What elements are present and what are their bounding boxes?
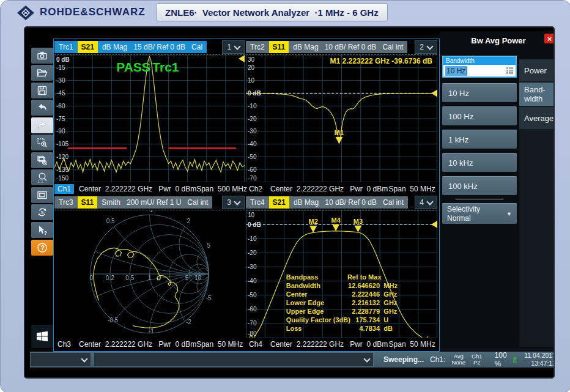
bandwidth-100hz-button[interactable]: 100 Hz — [442, 106, 517, 125]
svg-text:-10: -10 — [248, 235, 257, 242]
selectivity-dropdown[interactable]: SelectivityNormal ▼ — [442, 203, 517, 224]
zoom-overview-button[interactable] — [31, 152, 53, 168]
model-badge: ZNLE6· Vector Network Analyzer ·1 MHz - … — [156, 3, 388, 21]
svg-text:2.216132: 2.216132 — [352, 299, 380, 306]
channel-footer-4: Ch4Center 2.222222 GHz Pwr 0 dBmSpan 50 … — [246, 338, 437, 351]
undo-button[interactable] — [31, 100, 53, 116]
close-button[interactable]: × — [544, 34, 555, 43]
open-file-button[interactable] — [31, 65, 53, 81]
tab-bandwidth[interactable]: Band- width — [519, 83, 555, 106]
svg-text:20: 20 — [248, 64, 255, 71]
datetime: 11.04.201713:47:12 — [524, 352, 555, 367]
sparam-badge[interactable]: S11 — [78, 196, 98, 209]
trace-plot-1[interactable]: 0 dB-15-30-45-60-75-90-105-120-135-150PA… — [54, 54, 245, 182]
svg-text:-30: -30 — [56, 77, 65, 84]
sparam-badge[interactable]: S21 — [78, 41, 98, 53]
window-select-1[interactable]: 1 — [222, 40, 245, 54]
trace-header-2[interactable]: Trc2 S11 dB Mag 10 dB/ Ref 0 dB Cal int … — [246, 40, 437, 54]
help-button[interactable]: ? — [31, 240, 53, 256]
bandwidth-10khz-button[interactable]: 10 kHz — [442, 153, 517, 172]
divider — [456, 199, 503, 199]
sync-refresh-button[interactable]: S — [31, 204, 53, 220]
folder-open-icon — [36, 67, 48, 79]
trace-name[interactable]: Trc3 — [54, 196, 78, 209]
screenshot-button[interactable] — [31, 48, 53, 64]
svg-text:Center: Center — [286, 290, 308, 298]
svg-text:-45: -45 — [56, 90, 65, 97]
tab-average[interactable]: Average — [519, 107, 555, 129]
tab-power[interactable]: Power — [519, 59, 555, 81]
window-select-2[interactable]: 2 — [415, 40, 437, 54]
svg-text:?: ? — [44, 230, 48, 236]
channel-badge[interactable]: Ch3 — [54, 339, 74, 349]
svg-text:M2: M2 — [309, 218, 318, 225]
channel-badge[interactable]: Ch1 — [54, 184, 74, 194]
trace-format: dB Mag 10 dB/ Ref 0 dB Cal int — [289, 196, 408, 209]
trace-panel-2: Trc2 S11 dB Mag 10 dB/ Ref 0 dB Cal int … — [246, 40, 437, 196]
chevron-down-icon — [426, 43, 433, 50]
chevron-down-icon — [234, 198, 240, 205]
window-select-3[interactable]: 3 — [222, 196, 245, 209]
trace-format: Smith 200 mU/ Ref 1 U Cal int — [97, 196, 212, 209]
svg-text:Bandwidth: Bandwidth — [286, 282, 320, 289]
trace-panel-4: Trc4 S21 dB Mag 10 dB/ Ref 0 dB Cal int … — [246, 195, 437, 351]
status-readout: Sweeping... Ch1: AvgNone Ch1P2 100 % 11.… — [376, 352, 555, 368]
text-caret — [467, 67, 467, 75]
bandwidth-10hz-button[interactable]: 10 Hz — [442, 83, 517, 102]
chevron-down-icon — [426, 198, 433, 205]
trace-name[interactable]: Trc2 — [246, 41, 269, 53]
context-help-button[interactable]: ? — [31, 222, 53, 238]
svg-text:2.228779: 2.228779 — [352, 308, 380, 315]
channel-badge[interactable]: Ch4 — [246, 339, 265, 349]
zoom-1to1-button[interactable]: 1:1 — [31, 169, 53, 185]
entry-dropdown-main[interactable] — [94, 352, 374, 367]
svg-text:-5: -5 — [206, 295, 212, 301]
battery-percent: 100 % — [495, 351, 507, 368]
zoom-select-button[interactable] — [31, 135, 53, 150]
battery-icon — [513, 354, 517, 366]
bandwidth-field[interactable]: Bandwidth 10 Hz — [442, 56, 517, 78]
svg-text:Ref to Max: Ref to Max — [347, 273, 382, 281]
svg-text:2: 2 — [187, 218, 191, 224]
svg-text:-20: -20 — [248, 116, 257, 122]
channel-footer-2: Ch2Center 2.222222 GHz Pwr 0 dBmSpan 50 … — [246, 182, 437, 196]
brand-name: ROHDE&SCHWARZ — [40, 6, 146, 18]
svg-text:-70: -70 — [248, 175, 257, 182]
svg-text:-60: -60 — [248, 166, 257, 173]
trace-header-4[interactable]: Trc4 S21 dB Mag 10 dB/ Ref 0 dB Cal int … — [246, 195, 437, 210]
channel-badge[interactable]: Ch2 — [246, 184, 265, 194]
sparam-badge[interactable]: S11 — [269, 41, 289, 53]
trace-name[interactable]: Trc1 — [54, 41, 78, 53]
svg-text:-150: -150 — [56, 175, 68, 182]
status-bar: Sweeping... Ch1: AvgNone Ch1P2 100 % 11.… — [30, 352, 555, 368]
selectivity-value: Normal — [447, 214, 480, 223]
bandwidth-100khz-button[interactable]: 100 kHz — [442, 176, 517, 195]
trace-plot-2[interactable]: 3020100 dB-10-20-30-40-50-60-70M1M1 2.22… — [246, 54, 437, 182]
help-question-icon: ? — [36, 242, 48, 254]
svg-text:5: 5 — [207, 242, 210, 249]
bandwidth-1khz-button[interactable]: 1 kHz — [442, 130, 517, 149]
keypad-icon[interactable] — [506, 67, 513, 74]
trace-header-1[interactable]: Trc1 S21 dB Mag 15 dB/ Ref 0 dB Cal 1 — [54, 40, 245, 54]
trace-panel-3: Trc3 S11 Smith 200 mU/ Ref 1 U Cal int 3… — [54, 195, 245, 351]
svg-text:-90: -90 — [56, 128, 65, 135]
chevron-down-icon — [81, 355, 87, 362]
save-button[interactable] — [31, 83, 53, 98]
windows-start-button[interactable] — [31, 325, 53, 348]
entry-dropdown-left[interactable] — [30, 352, 91, 367]
redo-button[interactable] — [31, 117, 53, 133]
softpanel-tab-column: Power Band- width Average — [519, 59, 555, 347]
svg-text:M1: M1 — [335, 129, 344, 136]
selectivity-label: Selectivity — [447, 205, 480, 214]
window-select-4[interactable]: 4 — [415, 196, 437, 209]
trace-name[interactable]: Trc4 — [246, 196, 269, 209]
smith-plot-3[interactable]: 00.20.515100.5125-0.5-1-2-5 — [54, 210, 245, 338]
display-frame-button[interactable] — [31, 187, 53, 203]
bandwidth-input[interactable]: 10 Hz — [445, 66, 467, 76]
trace-header-3[interactable]: Trc3 S11 Smith 200 mU/ Ref 1 U Cal int 3 — [54, 195, 245, 210]
svg-text:-2: -2 — [186, 319, 191, 325]
svg-text:2.222446: 2.222446 — [352, 290, 380, 298]
sparam-badge[interactable]: S21 — [269, 196, 289, 209]
svg-text:Loss: Loss — [286, 325, 302, 332]
trace-plot-4[interactable]: 100 dB-10-20-30-40-50-60-70-80M2M4M3Band… — [246, 210, 437, 338]
